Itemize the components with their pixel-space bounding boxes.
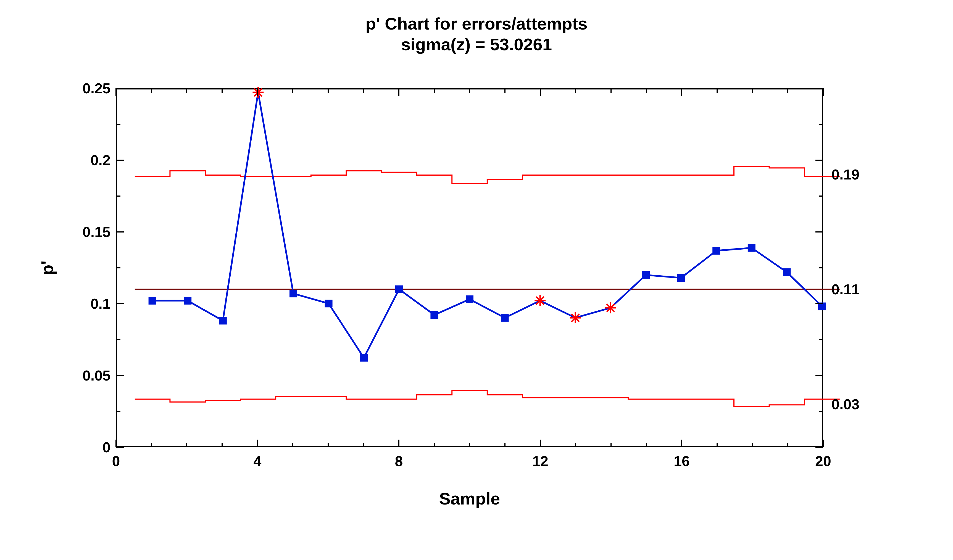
x-minor-tick-top: [151, 88, 152, 93]
data-point-square: [430, 311, 438, 319]
x-tick-label: 12: [532, 453, 548, 469]
x-minor-tick-top: [292, 88, 293, 93]
x-tick-label: 20: [815, 453, 831, 469]
data-point-square: [501, 314, 509, 322]
x-minor-tick-top: [363, 88, 364, 93]
data-point-square: [219, 317, 227, 324]
plot-svg: [117, 90, 822, 446]
x-minor-tick: [434, 443, 435, 447]
data-point-square: [325, 299, 332, 307]
x-minor-tick: [292, 443, 293, 447]
x-tick: [257, 440, 258, 447]
data-point-square: [783, 268, 791, 276]
y-tick: [116, 231, 124, 233]
x-tick: [398, 440, 399, 447]
y-tick-right: [815, 375, 823, 376]
x-minor-tick-top: [327, 88, 329, 93]
y-minor-tick: [116, 124, 120, 125]
x-tick-label: 4: [254, 453, 262, 469]
y-tick: [116, 88, 124, 89]
chart-subtitle: sigma(z) = 53.0261: [0, 34, 953, 54]
x-minor-tick-top: [717, 88, 718, 93]
x-tick-top: [540, 88, 541, 96]
x-minor-tick: [717, 443, 718, 447]
data-point-square: [360, 354, 368, 362]
lcl-line: [135, 391, 840, 406]
x-minor-tick: [610, 443, 612, 447]
y-tick-right: [815, 303, 823, 304]
right-ref-label-cl: 0.11: [832, 281, 859, 298]
y-axis-label: p': [37, 261, 57, 275]
y-minor-tick: [116, 339, 120, 340]
data-point-star: [534, 295, 546, 306]
y-tick-right: [815, 88, 823, 89]
data-point-square: [748, 244, 756, 252]
data-point-square: [466, 295, 473, 303]
chart-title: p' Chart for errors/attempts: [0, 14, 953, 33]
x-minor-tick: [151, 443, 152, 447]
x-minor-tick: [575, 443, 576, 447]
y-tick: [116, 375, 124, 376]
x-minor-tick: [752, 443, 753, 447]
x-minor-tick-top: [787, 88, 788, 93]
x-tick-top: [257, 88, 258, 96]
y-tick: [116, 447, 124, 448]
ucl-line: [135, 166, 840, 184]
plot-area: [116, 88, 823, 447]
x-tick: [115, 440, 116, 447]
x-minor-tick: [363, 443, 364, 447]
x-tick: [681, 440, 682, 447]
data-point-star: [570, 312, 581, 323]
x-tick-label: 0: [112, 453, 120, 469]
right-ref-label-ucl: 0.19: [832, 166, 859, 183]
x-minor-tick-top: [752, 88, 753, 93]
p-prime-chart: p' Chart for errors/attempts sigma(z) = …: [0, 0, 953, 560]
x-tick: [823, 440, 824, 447]
y-tick-right: [815, 160, 823, 161]
data-point-square: [149, 297, 156, 304]
x-tick-label: 8: [395, 453, 403, 469]
x-minor-tick-top: [186, 88, 187, 93]
x-minor-tick: [504, 443, 506, 447]
y-tick: [116, 160, 124, 161]
x-axis-label: Sample: [116, 489, 823, 508]
data-line: [152, 92, 822, 358]
y-minor-tick-right: [819, 411, 823, 412]
x-tick-label: 16: [674, 453, 690, 469]
data-point-star: [605, 302, 616, 313]
x-tick-top: [823, 88, 824, 96]
x-minor-tick: [469, 443, 470, 447]
y-tick-label: 0: [102, 439, 110, 456]
x-tick: [540, 440, 541, 447]
y-minor-tick-right: [819, 339, 823, 340]
y-minor-tick-right: [819, 124, 823, 125]
y-minor-tick: [116, 411, 120, 412]
data-point-square: [184, 297, 191, 304]
y-tick: [116, 303, 124, 304]
y-tick-label: 0.1: [91, 295, 110, 312]
x-minor-tick-top: [222, 88, 223, 93]
x-minor-tick: [186, 443, 187, 447]
x-minor-tick-top: [469, 88, 470, 93]
x-tick-top: [398, 88, 399, 96]
x-minor-tick-top: [610, 88, 612, 93]
data-point-star: [253, 87, 264, 98]
data-point-square: [642, 271, 650, 279]
x-minor-tick: [787, 443, 788, 447]
x-minor-tick-top: [434, 88, 435, 93]
x-tick-top: [681, 88, 682, 96]
x-tick-top: [115, 88, 116, 96]
data-point-square: [289, 290, 297, 298]
x-minor-tick: [646, 443, 647, 447]
x-minor-tick-top: [504, 88, 506, 93]
x-minor-tick-top: [575, 88, 576, 93]
y-minor-tick: [116, 195, 120, 197]
y-tick-label: 0.25: [82, 80, 110, 97]
data-point-square: [395, 285, 403, 293]
x-minor-tick: [222, 443, 223, 447]
y-tick-right: [815, 231, 823, 233]
data-point-square: [677, 274, 685, 282]
y-tick-label: 0.05: [82, 367, 110, 384]
right-ref-label-lcl: 0.03: [832, 396, 859, 413]
y-minor-tick-right: [819, 195, 823, 197]
